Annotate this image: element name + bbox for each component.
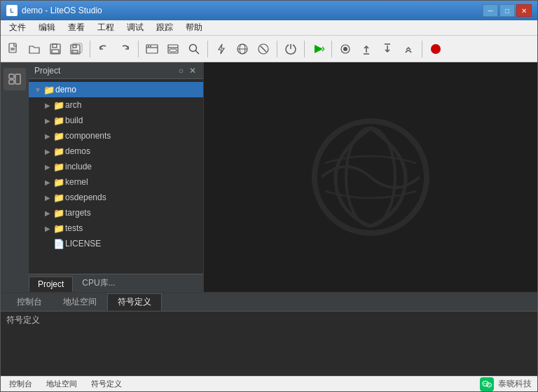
app-icon: L (6, 5, 18, 16)
arch-label: arch (65, 100, 81, 110)
redo-btn[interactable] (115, 39, 134, 59)
tree-item-arch[interactable]: ▶ 📁 arch (29, 97, 203, 113)
save-btn[interactable] (46, 39, 65, 59)
project-close-btn[interactable]: ✕ (188, 66, 198, 76)
menu-trace[interactable]: 跟踪 (151, 20, 179, 35)
svg-point-44 (489, 384, 490, 385)
build-btn[interactable] (142, 39, 162, 59)
tree-item-components[interactable]: ▶ 📁 components (29, 128, 203, 144)
menu-view[interactable]: 查看 (62, 20, 90, 35)
svg-rect-35 (9, 80, 14, 84)
build-label: build (65, 115, 83, 125)
stop-debug-btn[interactable] (426, 39, 446, 59)
toolbar (1, 36, 537, 62)
svg-point-42 (487, 383, 492, 387)
svg-point-12 (148, 46, 149, 47)
bottom-tab-console[interactable]: 控制台 (6, 293, 53, 311)
search-btn[interactable] (184, 39, 204, 59)
window-title: demo - LiteOS Studio (22, 6, 483, 15)
record-btn[interactable] (336, 39, 355, 59)
project-panel-tabs: Project CPU库... (29, 274, 203, 292)
tree-item-root[interactable]: ▼ 📁 demo (29, 82, 203, 97)
svg-rect-7 (73, 45, 76, 48)
tree-item-build[interactable]: ▶ 📁 build (29, 113, 203, 128)
tree-item-targets[interactable]: ▶ 📁 targets (29, 205, 203, 220)
osdepends-arrow: ▶ (43, 194, 53, 202)
osdepends-label: osdepends (65, 192, 106, 202)
project-panel: Project ○ ✕ ▼ 📁 demo ▶ 📁 (29, 62, 204, 292)
undo-btn[interactable] (94, 39, 113, 59)
svg-point-43 (488, 384, 488, 385)
bottom-panel: 控制台 地址空间 符号定义 符号定义 (1, 292, 537, 376)
demos-arrow: ▶ (43, 148, 53, 155)
svg-rect-36 (15, 74, 20, 84)
menu-debug[interactable]: 调试 (121, 20, 149, 35)
minimize-button[interactable]: ─ (483, 4, 498, 17)
project-header-actions: ○ ✕ (177, 66, 198, 76)
tab-project[interactable]: Project (29, 276, 73, 292)
step-in-btn[interactable] (378, 39, 397, 59)
targets-label: targets (65, 208, 91, 218)
tree-root-label: demo (55, 85, 76, 94)
status-console-btn[interactable]: 控制台 (6, 378, 35, 390)
close-button[interactable]: ✕ (516, 4, 532, 17)
tree-item-demos[interactable]: ▶ 📁 demos (29, 144, 203, 159)
step-over-btn[interactable] (357, 39, 376, 59)
status-address-btn[interactable]: 地址空间 (43, 378, 80, 390)
project-view-btn[interactable] (4, 68, 26, 90)
toolbar-sep-1 (90, 41, 90, 57)
new-file-btn[interactable] (4, 39, 23, 59)
tree-item-osdepends[interactable]: ▶ 📁 osdepends (29, 190, 203, 205)
svg-line-18 (195, 50, 199, 54)
menu-file[interactable]: 文件 (4, 20, 32, 35)
license-label: LICENSE (65, 239, 101, 248)
run-btn[interactable] (308, 39, 328, 59)
arch-folder-icon: 📁 (53, 100, 65, 111)
status-symbols-btn[interactable]: 符号定义 (88, 378, 125, 390)
project-panel-header: Project ○ ✕ (29, 62, 203, 79)
tests-label: tests (65, 223, 83, 233)
menu-edit[interactable]: 编辑 (33, 20, 61, 35)
tab-cpu[interactable]: CPU库... (73, 274, 124, 292)
toolbar-sep-5 (304, 41, 305, 57)
maximize-button[interactable]: □ (499, 4, 515, 17)
project-minimize-btn[interactable]: ○ (177, 66, 185, 76)
menu-help[interactable]: 帮助 (180, 20, 208, 35)
save-all-btn[interactable] (67, 39, 86, 59)
power-btn[interactable] (281, 39, 301, 59)
brand-text: 泰晓科技 (498, 378, 532, 390)
tree-item-tests[interactable]: ▶ 📁 tests (29, 220, 203, 236)
license-file-icon: 📄 (53, 239, 65, 249)
svg-rect-16 (170, 49, 177, 52)
bottom-panel-content: 符号定义 (1, 312, 537, 376)
connect-btn[interactable] (233, 39, 252, 59)
editor-watermark (308, 114, 434, 240)
targets-folder-icon: 📁 (53, 208, 65, 218)
kernel-arrow: ▶ (43, 178, 53, 186)
status-right: 泰晓科技 (480, 377, 532, 391)
toolbar-sep-2 (138, 41, 139, 57)
tests-arrow: ▶ (43, 225, 53, 232)
bottom-tab-address[interactable]: 地址空间 (53, 293, 107, 311)
root-folder-icon: 📁 (43, 85, 55, 95)
stop-btn[interactable] (254, 39, 273, 59)
open-file-btn[interactable] (25, 39, 44, 59)
rebuild-btn[interactable] (163, 39, 183, 59)
tree-item-license[interactable]: ▶ 📄 LICENSE (29, 236, 203, 251)
toolbar-sep-6 (331, 41, 332, 57)
main-area: Project ○ ✕ ▼ 📁 demo ▶ 📁 (1, 62, 537, 292)
svg-point-28 (343, 47, 347, 51)
tree-item-include[interactable]: ▶ 📁 include (29, 159, 203, 174)
kernel-label: kernel (65, 177, 88, 187)
sidebar-toggle (1, 62, 29, 292)
osdepends-folder-icon: 📁 (53, 192, 65, 203)
components-arrow: ▶ (43, 132, 53, 140)
flash-btn[interactable] (212, 39, 231, 59)
step-out-btn[interactable] (399, 39, 418, 59)
bottom-tab-symbols[interactable]: 符号定义 (107, 293, 162, 311)
menu-project[interactable]: 工程 (92, 20, 120, 35)
include-folder-icon: 📁 (53, 162, 65, 172)
tests-folder-icon: 📁 (53, 223, 65, 234)
tree-item-kernel[interactable]: ▶ 📁 kernel (29, 174, 203, 190)
components-folder-icon: 📁 (53, 131, 65, 141)
